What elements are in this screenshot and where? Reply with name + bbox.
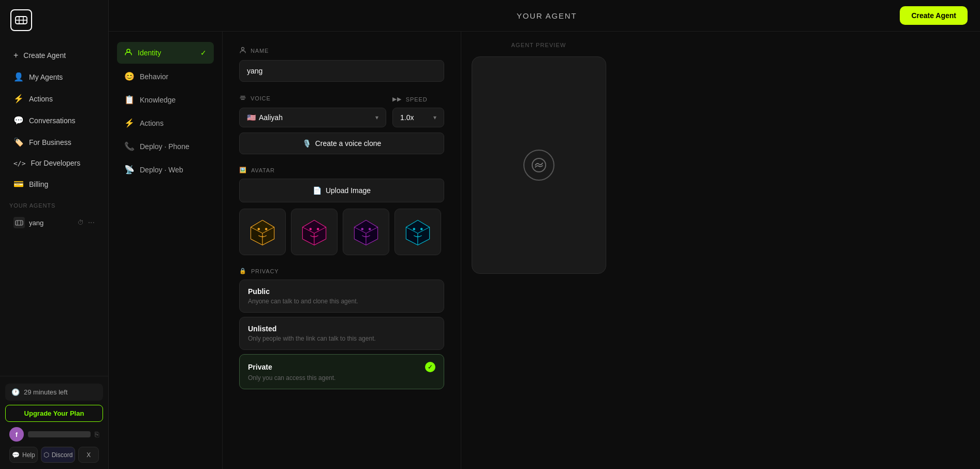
sub-nav-behavior-label: Behavior (140, 72, 168, 81)
agent-cube-icon (13, 217, 25, 228)
agent-preview-panel: AGENT PREVIEW (461, 32, 616, 469)
sidebar-item-actions[interactable]: ⚡ Actions (4, 88, 104, 109)
svg-point-8 (242, 48, 244, 50)
help-icon: 💬 (12, 451, 20, 459)
sidebar-item-conversations[interactable]: 💬 Conversations (4, 110, 104, 131)
voice-value: Aaliyah (259, 113, 375, 122)
privacy-card-private[interactable]: Private ✓ Only you can access this agent… (239, 354, 444, 389)
x-button[interactable]: X (78, 447, 99, 463)
name-input[interactable] (239, 60, 444, 82)
content-area: Identity ✓ 😊 Behavior 📋 Knowledge ⚡ Acti… (109, 32, 980, 469)
sidebar-navigation: + Create Agent 👤 My Agents ⚡ Actions 💬 C… (0, 40, 108, 376)
voice-section: VOICE 🇺🇸 Aaliyah ▾ ▶▶ SPEED (239, 94, 444, 154)
time-left-box: 🕐 29 minutes left (5, 384, 103, 401)
upload-image-button[interactable]: 📄 Upload Image (239, 179, 444, 202)
privacy-public-desc: Anyone can talk to and clone this agent. (248, 298, 435, 305)
avatar-option-2[interactable] (291, 209, 338, 255)
form-area: NAME VOICE (223, 32, 461, 469)
agent-clock-icon: ⏱ (78, 219, 84, 226)
mic-icon: 🎙️ (302, 139, 311, 148)
knowledge-icon: 📋 (124, 95, 135, 105)
agent-list-item[interactable]: yang ⏱ ··· (4, 212, 104, 233)
privacy-public-title: Public (248, 287, 270, 296)
privacy-card-public[interactable]: Public Anyone can talk to and clone this… (239, 280, 444, 313)
preview-orb (523, 150, 554, 181)
user-name-text (28, 431, 91, 437)
user-icon: 👤 (13, 72, 24, 82)
app-logo (10, 9, 32, 31)
svg-point-20 (317, 228, 319, 230)
preview-label: AGENT PREVIEW (511, 42, 566, 48)
billing-icon: 💳 (13, 179, 24, 189)
voice-label: VOICE (239, 94, 386, 102)
wifi-icon: 📡 (124, 165, 135, 174)
avatar-label: 🖼️ AVATAR (239, 167, 444, 173)
privacy-section: 🔒 PRIVACY Public Anyone can talk to and … (239, 268, 444, 389)
agent-more-options[interactable]: ··· (88, 218, 95, 227)
voice-clone-button[interactable]: 🎙️ Create a voice clone (239, 133, 444, 154)
behavior-icon: 😊 (124, 71, 135, 81)
phone-icon: 📞 (124, 141, 135, 151)
speed-label-icon: ▶▶ (392, 96, 402, 102)
help-button[interactable]: 💬 Help (9, 447, 38, 463)
sub-nav: Identity ✓ 😊 Behavior 📋 Knowledge ⚡ Acti… (109, 32, 223, 469)
svg-point-13 (258, 228, 260, 230)
privacy-unlisted-desc: Only people with the link can talk to th… (248, 335, 435, 342)
sidebar-item-label: For Business (29, 138, 71, 146)
privacy-private-header: Private ✓ (248, 362, 435, 372)
sidebar-item-billing[interactable]: 💳 Billing (4, 173, 104, 195)
discord-label: Discord (52, 451, 73, 459)
privacy-public-header: Public (248, 287, 435, 296)
speed-select-wrap: ▶▶ SPEED 1.0x ▾ (392, 96, 444, 127)
avatar-option-3[interactable] (343, 209, 389, 255)
discord-button[interactable]: ⬡ Discord (41, 447, 76, 463)
sub-nav-deploy-web[interactable]: 📡 Deploy · Web (117, 159, 214, 180)
speed-value: 1.0x (400, 113, 433, 122)
upgrade-plan-button[interactable]: Upgrade Your Plan (5, 405, 103, 422)
avatar-section: 🖼️ AVATAR 📄 Upload Image (239, 167, 444, 255)
sub-nav-identity[interactable]: Identity ✓ (117, 42, 214, 64)
privacy-unlisted-header: Unlisted (248, 325, 435, 333)
privacy-card-unlisted[interactable]: Unlisted Only people with the link can t… (239, 317, 444, 350)
bottom-buttons: 💬 Help ⬡ Discord X (5, 443, 103, 463)
actions-icon: ⚡ (124, 118, 135, 128)
copy-icon[interactable]: ⎘ (95, 430, 99, 438)
sub-nav-deploy-phone[interactable]: 📞 Deploy · Phone (117, 136, 214, 157)
avatar-option-4[interactable] (394, 209, 441, 255)
sub-nav-behavior[interactable]: 😊 Behavior (117, 66, 214, 87)
user-avatar: f (9, 427, 24, 442)
voice-flag: 🇺🇸 (247, 113, 256, 122)
name-section: NAME (239, 46, 444, 82)
help-label: Help (22, 451, 35, 459)
sidebar-item-label: My Agents (29, 73, 63, 81)
svg-point-26 (369, 228, 371, 230)
sidebar-item-create-agent[interactable]: + Create Agent (4, 45, 104, 66)
speed-label: ▶▶ SPEED (392, 96, 444, 102)
privacy-private-title: Private (248, 363, 272, 371)
voice-select-wrap: VOICE 🇺🇸 Aaliyah ▾ (239, 94, 386, 127)
discord-icon: ⬡ (43, 451, 49, 459)
agent-name-label: yang (29, 219, 74, 227)
sidebar-item-label: For Developers (31, 159, 80, 167)
clock-icon: 🕐 (11, 388, 20, 396)
create-agent-button[interactable]: Create Agent (900, 6, 968, 25)
voice-select[interactable]: 🇺🇸 Aaliyah ▾ (239, 108, 386, 127)
avatar-option-1[interactable] (239, 209, 286, 255)
privacy-private-desc: Only you can access this agent. (248, 374, 435, 382)
privacy-unlisted-title: Unlisted (248, 325, 276, 333)
time-left-text: 29 minutes left (24, 388, 68, 396)
sidebar-item-for-developers[interactable]: </> For Developers (4, 153, 104, 173)
identity-icon (124, 48, 133, 58)
sidebar-item-my-agents[interactable]: 👤 My Agents (4, 66, 104, 87)
sidebar-item-for-business[interactable]: 🏷️ For Business (4, 131, 104, 153)
sub-nav-actions[interactable]: ⚡ Actions (117, 112, 214, 134)
sub-nav-actions-label: Actions (140, 119, 164, 127)
speed-select[interactable]: 1.0x ▾ (392, 108, 444, 127)
sub-nav-deploy-web-label: Deploy · Web (140, 166, 183, 174)
sub-nav-knowledge[interactable]: 📋 Knowledge (117, 89, 214, 110)
user-row: f ⎘ (5, 422, 103, 443)
svg-point-7 (127, 49, 130, 52)
page-title: YOUR AGENT (194, 11, 900, 20)
voice-speed-row: VOICE 🇺🇸 Aaliyah ▾ ▶▶ SPEED (239, 94, 444, 127)
sidebar-item-label: Billing (29, 180, 48, 188)
